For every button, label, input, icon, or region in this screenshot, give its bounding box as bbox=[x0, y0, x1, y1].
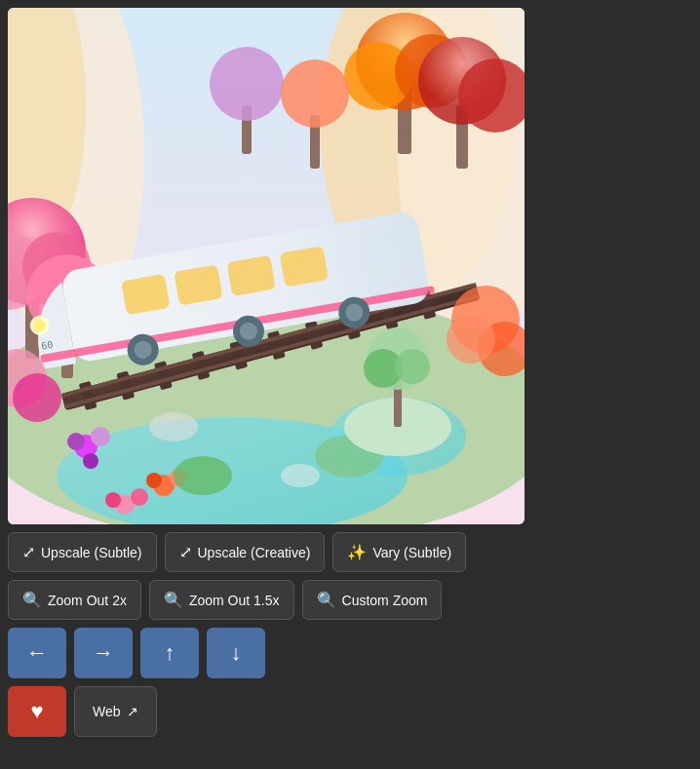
upscale-creative-button[interactable]: ⤢ Upscale (Creative) bbox=[165, 532, 326, 572]
nav-arrows-row: ← → ↑ ↓ bbox=[8, 628, 525, 678]
magnify-custom-icon: 🔍 bbox=[317, 591, 336, 609]
down-arrow-icon: ↓ bbox=[231, 640, 242, 666]
heart-web-row: ♥ Web ↗ bbox=[8, 686, 525, 737]
svg-point-55 bbox=[67, 433, 85, 450]
sparkle-icon: ✨ bbox=[347, 543, 367, 561]
controls-area: ⤢ Upscale (Subtle) ⤢ Upscale (Creative) … bbox=[8, 532, 525, 737]
web-button[interactable]: Web ↗ bbox=[74, 686, 157, 737]
svg-point-75 bbox=[149, 412, 198, 442]
svg-text:60: 60 bbox=[41, 339, 55, 352]
upscale-creative-label: Upscale (Creative) bbox=[198, 545, 311, 560]
heart-icon: ♥ bbox=[30, 699, 43, 724]
main-container: 60 bbox=[0, 0, 700, 769]
magnify-zoom2x-icon: 🔍 bbox=[22, 591, 42, 609]
svg-point-54 bbox=[91, 427, 110, 446]
right-arrow-icon: → bbox=[93, 640, 114, 666]
zoom-out-1-5x-button[interactable]: 🔍 Zoom Out 1.5x bbox=[149, 580, 294, 620]
pan-left-button[interactable]: ← bbox=[8, 628, 66, 678]
svg-point-76 bbox=[281, 464, 320, 487]
expand-icon: ⤢ bbox=[22, 543, 35, 561]
magnify-zoom15x-icon: 🔍 bbox=[164, 591, 183, 609]
vary-subtle-button[interactable]: ✨ Vary (Subtle) bbox=[332, 532, 466, 572]
expand-creative-icon: ⤢ bbox=[179, 543, 192, 561]
left-arrow-icon: ← bbox=[26, 640, 48, 666]
upscale-subtle-label: Upscale (Subtle) bbox=[41, 545, 142, 560]
web-label: Web bbox=[93, 704, 121, 719]
pan-up-button[interactable]: ↑ bbox=[140, 628, 199, 678]
zoom-row: 🔍 Zoom Out 2x 🔍 Zoom Out 1.5x 🔍 Custom Z… bbox=[8, 580, 525, 620]
custom-zoom-label: Custom Zoom bbox=[342, 593, 428, 608]
pan-right-button[interactable]: → bbox=[74, 628, 133, 678]
svg-point-69 bbox=[395, 349, 430, 384]
up-arrow-icon: ↑ bbox=[165, 640, 175, 666]
vary-subtle-label: Vary (Subtle) bbox=[372, 545, 451, 560]
generated-image: 60 bbox=[8, 8, 525, 524]
svg-point-61 bbox=[131, 488, 148, 506]
pan-down-button[interactable]: ↓ bbox=[207, 628, 265, 678]
svg-point-59 bbox=[146, 473, 162, 488]
svg-point-56 bbox=[83, 453, 98, 469]
zoom-out-2x-button[interactable]: 🔍 Zoom Out 2x bbox=[8, 580, 141, 620]
custom-zoom-button[interactable]: 🔍 Custom Zoom bbox=[302, 580, 443, 620]
zoom-out-2x-label: Zoom Out 2x bbox=[48, 593, 127, 608]
svg-point-74 bbox=[13, 373, 61, 422]
svg-point-62 bbox=[105, 492, 121, 508]
svg-point-63 bbox=[174, 456, 232, 495]
svg-point-24 bbox=[281, 59, 349, 128]
svg-point-22 bbox=[210, 47, 284, 121]
external-link-icon: ↗ bbox=[127, 704, 138, 719]
upscale-subtle-button[interactable]: ⤢ Upscale (Subtle) bbox=[8, 532, 157, 572]
upscale-vary-row: ⤢ Upscale (Subtle) ⤢ Upscale (Creative) … bbox=[8, 532, 525, 572]
heart-button[interactable]: ♥ bbox=[8, 686, 66, 737]
zoom-out-1-5x-label: Zoom Out 1.5x bbox=[189, 593, 280, 608]
svg-point-72 bbox=[447, 315, 495, 364]
